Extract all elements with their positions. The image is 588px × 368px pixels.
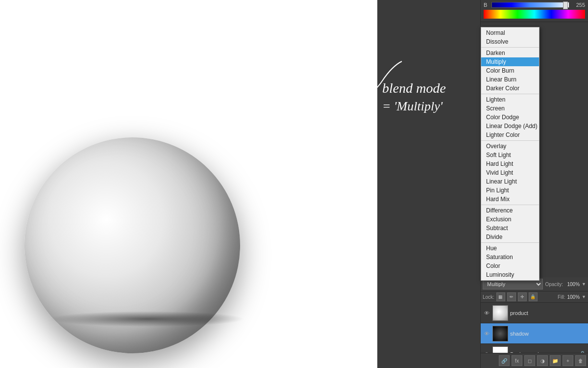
layer-folder-button[interactable]: 📁 [550, 355, 561, 366]
layer-thumbnail-product [492, 305, 508, 321]
right-panel: B 255 Normal Dissolve Darken Multiply Co… [480, 0, 588, 368]
layer-row-background[interactable]: 👁 Background 🔒 [481, 344, 588, 353]
blend-item-screen[interactable]: Screen [481, 104, 539, 113]
blend-group-normal: Normal Dissolve [481, 27, 539, 48]
b-slider-track[interactable] [491, 2, 569, 8]
color-picker-area: B 255 [481, 0, 588, 22]
layer-actions: 🔗 fx ◻ ◑ 📁 + 🗑 [481, 353, 588, 368]
blend-item-linear-light[interactable]: Linear Light [481, 177, 539, 186]
blend-group-hue: Hue Saturation Color Luminosity [481, 243, 539, 280]
layer-visibility-shadow[interactable]: 👁 [483, 330, 490, 338]
b-slider-thumb[interactable] [563, 1, 568, 9]
canvas-area: blend mode = 'Multiply' [0, 0, 480, 368]
blend-item-luminosity[interactable]: Luminosity [481, 270, 539, 279]
blend-item-normal[interactable]: Normal [481, 28, 539, 37]
layer-thumbnail-shadow [492, 326, 508, 342]
blend-item-lighten[interactable]: Lighten [481, 95, 539, 104]
blend-item-color-burn[interactable]: Color Burn [481, 66, 539, 75]
blend-item-hard-light[interactable]: Hard Light [481, 159, 539, 168]
layer-name-shadow: shadow [510, 331, 586, 337]
fill-label: Fill: [558, 294, 565, 300]
dark-bg [377, 0, 480, 368]
blend-item-exclusion[interactable]: Exclusion [481, 215, 539, 224]
sphere-shadow [49, 311, 245, 327]
lock-move-icon[interactable]: ✛ [518, 292, 527, 301]
blend-item-darker-color[interactable]: Darker Color [481, 84, 539, 93]
blend-group-overlay: Overlay Soft Light Hard Light Vivid Ligh… [481, 141, 539, 205]
lock-all-icon[interactable]: 🔒 [529, 292, 538, 301]
blend-item-color[interactable]: Color [481, 262, 539, 270]
b-slider-row: B 255 [484, 2, 585, 8]
blend-mode-dropdown: Normal Dissolve Darken Multiply Color Bu… [481, 27, 539, 281]
blend-item-vivid-light[interactable]: Vivid Light [481, 168, 539, 177]
blend-item-lighter-color[interactable]: Lighter Color [481, 131, 539, 139]
layer-name-product: product [510, 310, 586, 316]
opacity-label: Opacity: [545, 282, 563, 287]
layer-row-product[interactable]: 👁 product [481, 303, 588, 323]
blend-item-divide[interactable]: Divide [481, 233, 539, 241]
opacity-dropdown-arrow[interactable]: ▼ [582, 282, 586, 287]
blend-item-saturation[interactable]: Saturation [481, 253, 539, 262]
new-layer-button[interactable]: + [563, 355, 573, 366]
layers-list: 👁 product 👁 shadow 👁 Background 🔒 [481, 303, 588, 353]
lock-fill-row: Lock: ▦ ✏ ✛ 🔒 Fill: 100% ▼ [481, 291, 588, 303]
fill-dropdown-arrow[interactable]: ▼ [582, 294, 586, 299]
b-channel-label: B [484, 2, 490, 8]
lock-pixels-icon[interactable]: ▦ [496, 292, 505, 301]
opacity-value: 100% [565, 282, 580, 287]
lock-brush-icon[interactable]: ✏ [507, 292, 516, 301]
layer-mask-button[interactable]: ◻ [524, 355, 535, 366]
layer-row-shadow[interactable]: 👁 shadow [481, 323, 588, 344]
blend-item-dissolve[interactable]: Dissolve [481, 37, 539, 46]
blend-item-color-dodge[interactable]: Color Dodge [481, 113, 539, 122]
spectrum-bar[interactable] [484, 10, 585, 19]
blend-item-multiply[interactable]: Multiply [481, 57, 539, 66]
layer-visibility-product[interactable]: 👁 [483, 309, 490, 317]
blend-item-darken[interactable]: Darken [481, 49, 539, 57]
blend-item-soft-light[interactable]: Soft Light [481, 151, 539, 159]
blend-item-overlay[interactable]: Overlay [481, 142, 539, 151]
layer-fx-button[interactable]: fx [512, 355, 522, 366]
blend-item-hard-mix[interactable]: Hard Mix [481, 195, 539, 204]
blend-item-subtract[interactable]: Subtract [481, 224, 539, 233]
blend-group-difference: Difference Exclusion Subtract Divide [481, 205, 539, 243]
delete-layer-button[interactable]: 🗑 [575, 355, 586, 366]
blend-item-linear-dodge[interactable]: Linear Dodge (Add) [481, 122, 539, 131]
canvas-content [0, 0, 377, 368]
fill-value: 100% [567, 294, 580, 300]
blend-item-difference[interactable]: Difference [481, 206, 539, 215]
b-channel-value: 255 [571, 2, 585, 8]
blend-group-darken: Darken Multiply Color Burn Linear Burn D… [481, 48, 539, 94]
lock-label: Lock: [483, 294, 494, 300]
blend-item-pin-light[interactable]: Pin Light [481, 186, 539, 195]
layer-thumbnail-background [492, 346, 508, 353]
annotation: blend mode = 'Multiply' [382, 79, 446, 116]
blend-item-hue[interactable]: Hue [481, 244, 539, 253]
blend-item-linear-burn[interactable]: Linear Burn [481, 75, 539, 84]
layer-adjustment-button[interactable]: ◑ [537, 355, 548, 366]
layer-link-button[interactable]: 🔗 [499, 355, 510, 366]
blend-group-lighten: Lighten Screen Color Dodge Linear Dodge … [481, 94, 539, 141]
